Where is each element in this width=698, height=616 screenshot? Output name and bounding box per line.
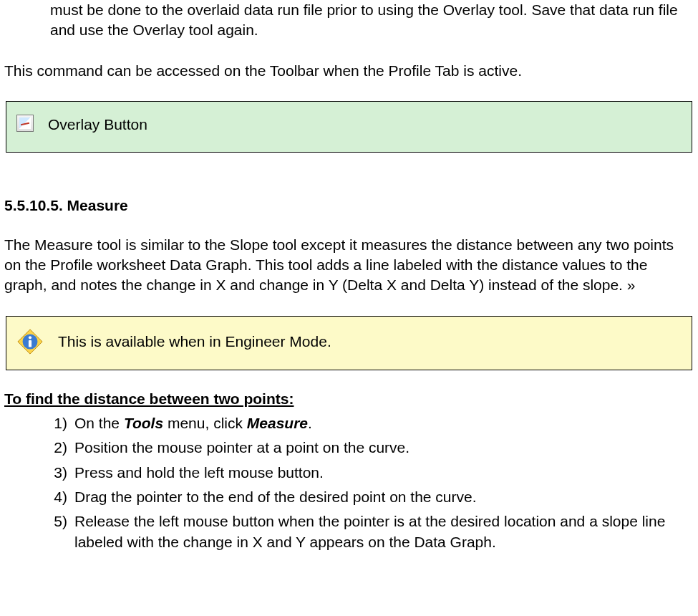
overlay-icon [16,115,34,132]
menu-name: Tools [124,415,163,431]
step-number: 4) [50,487,74,507]
list-item: 1) On the Tools menu, click Measure. [50,413,694,433]
step-number: 2) [50,438,74,458]
section-heading: 5.5.10.5. Measure [0,196,698,216]
text: On the [74,415,124,431]
command-name: Measure [247,415,308,431]
intro-fragment: must be done to the overlaid data run fi… [0,0,698,41]
step-text: Press and hold the left mouse button. [74,463,694,483]
steps-list: 1) On the Tools menu, click Measure. 2) … [0,413,698,552]
list-item: 3) Press and hold the left mouse button. [50,463,694,483]
overlay-button-callout: Overlay Button [6,101,692,153]
step-number: 1) [50,413,74,433]
step-text: Position the mouse pointer at a point on… [74,438,694,458]
subheading: To find the distance between two points: [0,389,698,409]
list-item: 2) Position the mouse pointer at a point… [50,438,694,458]
info-icon [16,328,44,355]
svg-point-2 [29,336,31,339]
measure-paragraph: The Measure tool is similar to the Slope… [0,235,698,296]
text: menu, click [163,415,247,431]
svg-rect-3 [29,340,31,347]
step-text: Drag the pointer to the end of the desir… [74,487,694,507]
engineer-mode-note: This is available when in Engineer Mode. [6,316,692,370]
step-number: 3) [50,463,74,483]
note-text: This is available when in Engineer Mode. [58,332,331,352]
text: . [308,415,312,431]
list-item: 4) Drag the pointer to the end of the de… [50,487,694,507]
access-line: This command can be accessed on the Tool… [0,61,698,81]
step-text: On the Tools menu, click Measure. [74,413,694,433]
overlay-button-label: Overlay Button [48,115,147,135]
step-number: 5) [50,511,74,552]
list-item: 5) Release the left mouse button when th… [50,511,694,552]
step-text: Release the left mouse button when the p… [74,511,694,552]
